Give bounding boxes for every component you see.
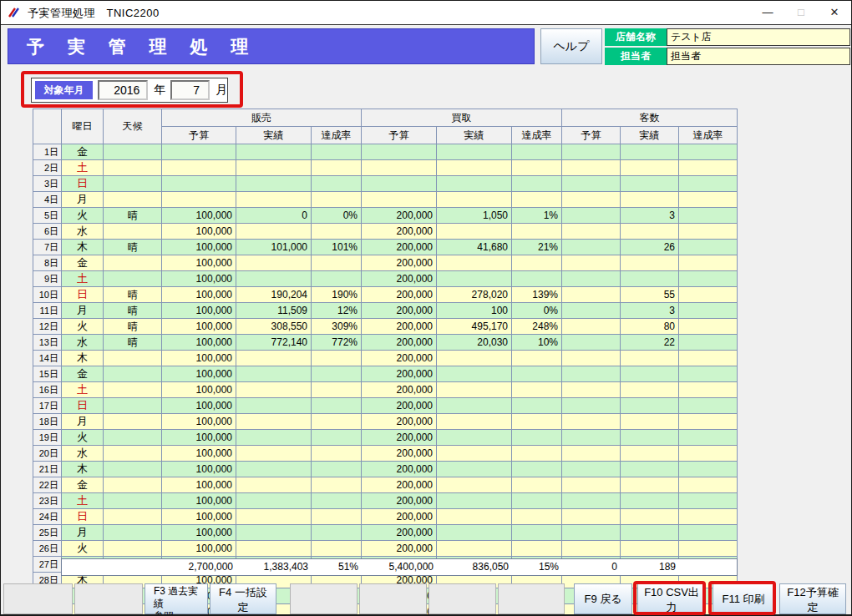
purchase-budget-cell[interactable]: 200,000 — [362, 366, 437, 382]
purchase-budget-cell[interactable]: 200,000 — [362, 208, 437, 224]
sales-budget-cell[interactable]: 100,000 — [162, 303, 236, 319]
customers-rate-cell[interactable] — [679, 208, 738, 224]
purchase-actual-cell[interactable] — [437, 192, 512, 208]
customers-actual-cell[interactable] — [621, 351, 679, 366]
sales-rate-cell[interactable] — [312, 446, 362, 462]
sales-actual-cell[interactable] — [236, 351, 312, 366]
sales-rate-cell[interactable] — [312, 160, 362, 176]
customers-rate-cell[interactable] — [679, 271, 738, 287]
customers-budget-cell[interactable] — [562, 240, 621, 255]
sales-budget-cell[interactable]: 100,000 — [162, 335, 236, 351]
purchase-budget-cell[interactable]: 200,000 — [362, 240, 437, 255]
sales-actual-cell[interactable] — [236, 462, 312, 477]
purchase-budget-cell[interactable]: 200,000 — [362, 493, 437, 509]
sales-rate-cell[interactable] — [312, 477, 362, 493]
purchase-actual-cell[interactable] — [437, 144, 512, 160]
purchase-actual-cell[interactable]: 495,170 — [437, 319, 512, 335]
customers-actual-cell[interactable] — [621, 462, 679, 477]
purchase-rate-cell[interactable] — [512, 366, 562, 382]
sales-budget-cell[interactable]: 100,000 — [162, 509, 236, 525]
customers-actual-cell[interactable] — [621, 509, 679, 525]
sales-rate-cell[interactable] — [312, 176, 362, 192]
purchase-actual-cell[interactable] — [437, 176, 512, 192]
sales-budget-cell[interactable]: 100,000 — [162, 430, 236, 446]
purchase-rate-cell[interactable] — [512, 525, 562, 541]
maximize-button[interactable]: □ — [784, 1, 818, 24]
store-name-field[interactable]: テスト店 — [667, 28, 850, 46]
customers-budget-cell[interactable] — [562, 287, 621, 303]
purchase-budget-cell[interactable]: 200,000 — [362, 224, 437, 240]
customers-budget-cell[interactable] — [562, 525, 621, 541]
customers-actual-cell[interactable] — [621, 382, 679, 398]
customers-rate-cell[interactable] — [679, 366, 738, 382]
customers-rate-cell[interactable] — [679, 160, 738, 176]
f10-csv-export-button[interactable]: F10 CSV出力 — [637, 583, 706, 614]
sales-actual-cell[interactable]: 772,140 — [236, 335, 312, 351]
sales-actual-cell[interactable] — [236, 398, 312, 414]
weather-cell[interactable] — [104, 382, 162, 398]
purchase-actual-cell[interactable]: 278,020 — [437, 287, 512, 303]
customers-actual-cell[interactable] — [621, 192, 679, 208]
customers-actual-cell[interactable] — [621, 525, 679, 541]
customers-budget-cell[interactable] — [562, 493, 621, 509]
purchase-budget-cell[interactable]: 200,000 — [362, 414, 437, 430]
purchase-actual-cell[interactable] — [437, 493, 512, 509]
sales-budget-cell[interactable] — [162, 144, 236, 160]
weather-cell[interactable] — [104, 525, 162, 541]
customers-rate-cell[interactable] — [679, 176, 738, 192]
sales-budget-cell[interactable]: 100,000 — [162, 319, 236, 335]
sales-rate-cell[interactable] — [312, 366, 362, 382]
sales-actual-cell[interactable] — [236, 382, 312, 398]
close-button[interactable]: ✕ — [818, 1, 851, 24]
purchase-budget-cell[interactable]: 200,000 — [362, 525, 437, 541]
purchase-rate-cell[interactable] — [512, 430, 562, 446]
customers-actual-cell[interactable] — [621, 446, 679, 462]
sales-rate-cell[interactable] — [312, 382, 362, 398]
f12-budget-confirm-button[interactable]: F12予算確定 — [779, 583, 846, 614]
sales-actual-cell[interactable] — [236, 255, 312, 271]
purchase-rate-cell[interactable] — [512, 509, 562, 525]
customers-actual-cell[interactable] — [621, 224, 679, 240]
sales-budget-cell[interactable] — [162, 160, 236, 176]
purchase-actual-cell[interactable] — [437, 462, 512, 477]
sales-rate-cell[interactable] — [312, 144, 362, 160]
purchase-rate-cell[interactable] — [512, 224, 562, 240]
purchase-budget-cell[interactable]: 200,000 — [362, 446, 437, 462]
sales-actual-cell[interactable] — [236, 477, 312, 493]
customers-rate-cell[interactable] — [679, 144, 738, 160]
sales-actual-cell[interactable] — [236, 430, 312, 446]
weather-cell[interactable] — [104, 414, 162, 430]
purchase-rate-cell[interactable]: 248% — [512, 319, 562, 335]
purchase-actual-cell[interactable]: 20,030 — [437, 335, 512, 351]
customers-rate-cell[interactable] — [679, 319, 738, 335]
month-input[interactable]: 7 — [170, 80, 210, 100]
sales-actual-cell[interactable] — [236, 509, 312, 525]
purchase-rate-cell[interactable] — [512, 160, 562, 176]
purchase-budget-cell[interactable]: 200,000 — [362, 477, 437, 493]
weather-cell[interactable]: 晴 — [104, 303, 162, 319]
customers-rate-cell[interactable] — [679, 287, 738, 303]
weather-cell[interactable] — [104, 271, 162, 287]
sales-budget-cell[interactable]: 100,000 — [162, 414, 236, 430]
sales-rate-cell[interactable] — [312, 414, 362, 430]
customers-budget-cell[interactable] — [562, 255, 621, 271]
customers-rate-cell[interactable] — [679, 541, 738, 557]
purchase-budget-cell[interactable]: 200,000 — [362, 398, 437, 414]
customers-budget-cell[interactable] — [562, 446, 621, 462]
purchase-actual-cell[interactable] — [437, 525, 512, 541]
sales-budget-cell[interactable]: 100,000 — [162, 382, 236, 398]
weather-cell[interactable] — [104, 366, 162, 382]
customers-budget-cell[interactable] — [562, 208, 621, 224]
purchase-rate-cell[interactable]: 21% — [512, 240, 562, 255]
sales-actual-cell[interactable] — [236, 414, 312, 430]
purchase-budget-cell[interactable]: 200,000 — [362, 382, 437, 398]
sales-actual-cell[interactable] — [236, 541, 312, 557]
customers-rate-cell[interactable] — [679, 192, 738, 208]
customers-rate-cell[interactable] — [679, 382, 738, 398]
customers-budget-cell[interactable] — [562, 414, 621, 430]
customers-rate-cell[interactable] — [679, 525, 738, 541]
f11-print-button[interactable]: F11 印刷 — [713, 583, 774, 614]
sales-actual-cell[interactable] — [236, 176, 312, 192]
sales-budget-cell[interactable]: 100,000 — [162, 224, 236, 240]
sales-rate-cell[interactable] — [312, 493, 362, 509]
